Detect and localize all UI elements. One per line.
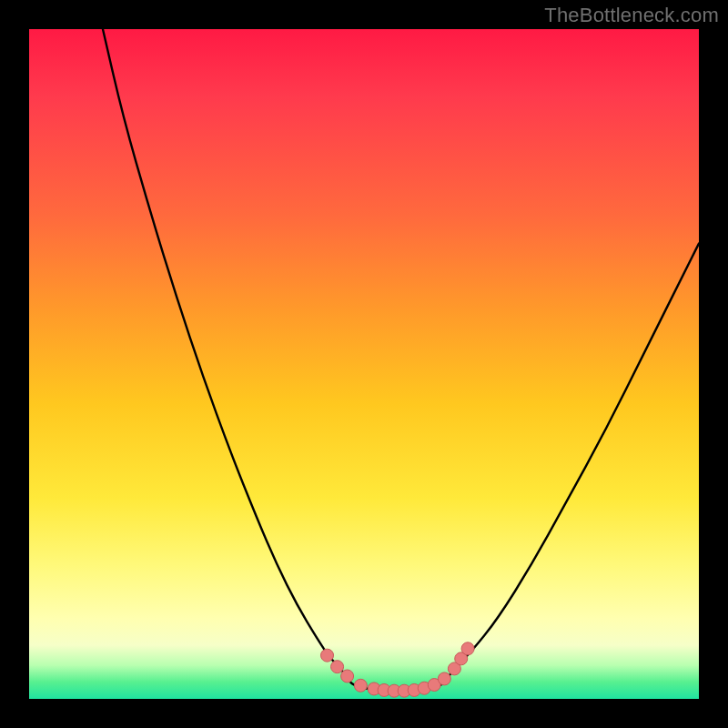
data-marker [461, 642, 474, 655]
watermark-text: TheBottleneck.com [544, 4, 719, 27]
outer-frame: TheBottleneck.com [0, 0, 728, 728]
data-marker [321, 649, 334, 662]
data-marker [331, 661, 344, 673]
marker-group [321, 642, 475, 697]
data-marker [438, 672, 450, 685]
curve-path [103, 29, 699, 691]
data-marker [341, 670, 354, 682]
curve-group [103, 29, 699, 691]
chart-svg [29, 29, 699, 699]
plot-area [29, 29, 699, 699]
data-marker [354, 679, 367, 692]
